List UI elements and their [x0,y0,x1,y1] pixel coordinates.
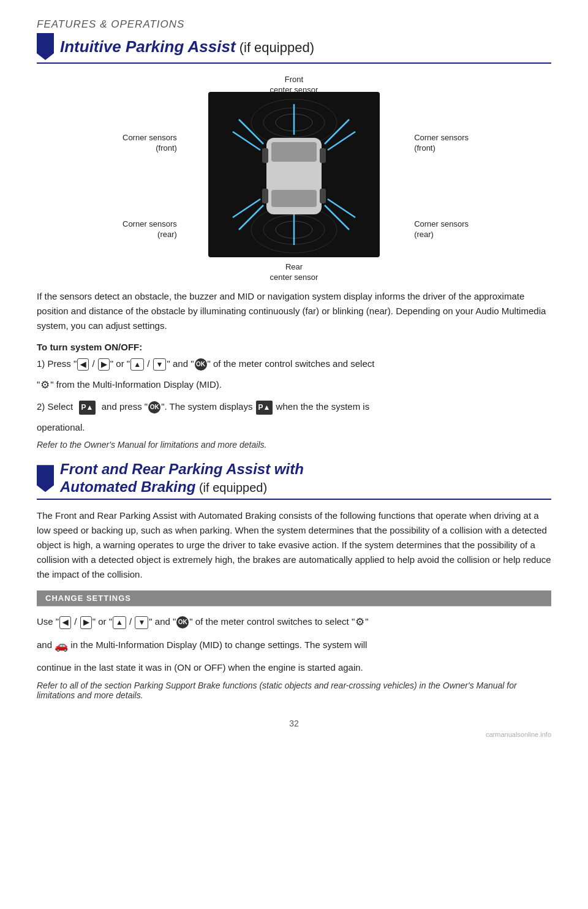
parking-assist-icon2: P▲ [256,401,273,414]
change-settings-bar: CHANGE SETTINGS [37,590,551,606]
left-arrow-icon2: ◀ [59,616,71,629]
label-corner-rl: Corner sensors (rear) [123,219,177,240]
up-arrow-icon: ▲ [130,358,144,371]
parking-assist-icon: P▲ [79,401,96,414]
right-arrow-icon: ▶ [98,358,110,371]
section2-title: Front and Rear Parking Assist with Autom… [60,461,304,496]
label-corner-rr: Corner sensors (rear) [414,219,469,240]
turn-on-label: To turn system ON/OFF: [37,342,551,352]
svg-rect-19 [271,190,317,207]
step1-text: 1) Press "◀ / ▶" or "▲ / ▼" and "OK" of … [37,356,551,372]
svg-rect-20 [262,148,268,163]
svg-rect-23 [320,189,326,203]
label-corner-fl: Corner sensors (front) [123,133,177,154]
change-settings-line [37,606,551,606]
gear-icon2: ⚙ [355,614,364,632]
features-header: FEATURES & OPERATIONS [37,18,551,31]
page-number: 32 [37,719,551,728]
body-text-1: If the sensors detect an obstacle, the b… [37,289,551,333]
svg-rect-21 [320,148,326,163]
ref2-text: Refer to all of the section Parking Supp… [37,681,551,700]
step2d-text: operational. [37,420,551,436]
use-text2: and 🚗 in the Multi-Information Display (… [37,636,551,655]
use-text: Use "◀ / ▶" or "▲ / ▼" and "OK" of the m… [37,614,551,632]
ok-icon: OK [195,358,207,371]
car-brake-icon: 🚗 [55,639,68,652]
sensor-diagram: Front center sensor Corner sensors (fron… [61,75,527,283]
car-svg [208,92,380,257]
car-diagram-area [208,92,380,257]
left-arrow-icon: ◀ [77,358,89,371]
svg-rect-18 [271,142,317,162]
section2-title-bar: Front and Rear Parking Assist with Autom… [37,461,551,500]
use-text3: continue in the last state it was in (ON… [37,660,551,676]
svg-rect-22 [262,189,268,203]
ok-icon3: OK [176,616,189,628]
section1-title-bar: Intuitive Parking Assist (if equipped) [37,33,551,64]
label-corner-fr: Corner sensors (front) [414,133,469,154]
right-arrow-icon2: ▶ [80,616,92,629]
step1b-text: "⚙" from the Multi-Information Display (… [37,377,551,394]
down-arrow-icon2: ▼ [135,616,148,629]
down-arrow-icon: ▼ [153,358,167,371]
gear-settings-icon: ⚙ [40,377,50,394]
ref1-text: Refer to the Owner's Manual for limitati… [37,440,551,450]
watermark: carmanualsonline.info [37,731,551,738]
up-arrow-icon2: ▲ [113,616,126,629]
section1-title: Intuitive Parking Assist (if equipped) [60,37,314,56]
step2-text: 2) Select P▲ and press "OK". The system … [37,399,551,415]
blue-flag-icon2 [37,465,54,492]
blue-flag-icon [37,33,54,60]
ok-icon2: OK [148,401,160,413]
label-rear-center: Rear center sensor [270,262,318,283]
body-text-2: The Front and Rear Parking Assist with A… [37,508,551,582]
